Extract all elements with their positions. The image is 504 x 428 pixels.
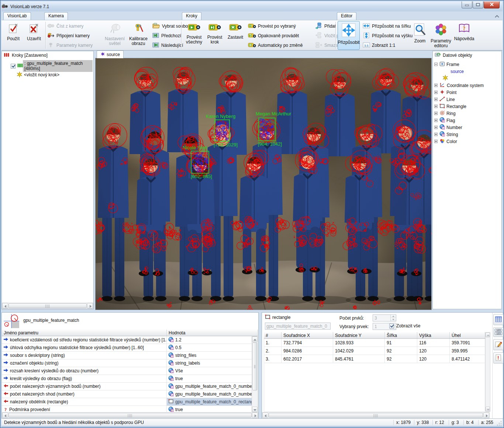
expand-box[interactable] (434, 140, 438, 143)
expand-box[interactable] (434, 126, 438, 129)
source-image[interactable]: Karen Nyberg[733; 1029]Megan McArthur[98… (96, 58, 431, 310)
param-direction-icon (3, 384, 8, 389)
params-hscrollbar[interactable]: |||| (2, 412, 258, 418)
minimize-button[interactable] (462, 1, 472, 8)
resize-grip[interactable] (497, 420, 502, 425)
results-column-0[interactable]: # (264, 332, 282, 338)
insert-step-item[interactable]: <vložit nový krok> (17, 71, 61, 79)
svg-text:Megan McArthur: Megan McArthur (256, 111, 291, 116)
param-row[interactable]: nalezený obdélník (rectangle)gpu_multipl… (2, 398, 252, 406)
numbers-view-button[interactable]: 123123 (493, 327, 504, 337)
tree-item-coordinate-system[interactable]: Coordinate system (434, 82, 501, 89)
param-row[interactable]: koeficient vzdálenosti od středu regionu… (2, 336, 252, 344)
steps-stopped-icon (4, 53, 10, 58)
step-item[interactable]: : gpu_multiple_feature_match [480ms] (11, 62, 93, 70)
expand-box[interactable] (434, 98, 438, 101)
tree-item-point[interactable]: Point (434, 89, 501, 96)
result-name-field[interactable]: gpu_multiple_feature_match_0 (265, 323, 331, 330)
expand-box[interactable] (434, 133, 438, 136)
show-all-checkbox[interactable] (389, 324, 394, 328)
run-to-selected-button[interactable]: Provést po vybraný (248, 22, 313, 31)
results-vscrollbar[interactable] (485, 332, 490, 412)
collapse-ribbon-button[interactable] (493, 14, 501, 20)
tree-item-ring[interactable]: Ring (434, 110, 501, 117)
tree-item-line[interactable]: Line (434, 96, 501, 103)
run-all-button[interactable]: Provést všechny (184, 21, 204, 50)
status-text: Detekce významných bodů a hledání několi… (4, 420, 393, 425)
tree-item-number[interactable]: Number (434, 124, 501, 131)
param-value: Vše (175, 368, 183, 373)
validate-button[interactable]: ! (493, 352, 504, 363)
apply-button[interactable]: Použít (4, 21, 23, 50)
tree-item-color[interactable]: Color (434, 138, 501, 145)
param-row[interactable]: počet nalezených shod (number)gpu_multip… (2, 390, 252, 398)
results-column-4[interactable]: Výška (417, 332, 450, 338)
close-button[interactable] (484, 1, 500, 8)
edit-values-button[interactable] (493, 339, 504, 350)
show-all-control[interactable]: Zobrazit vše (389, 323, 420, 328)
title-bar[interactable]: VisionLab verze 7.1 (1, 1, 503, 11)
param-row[interactable]: soubor s deskriptory (string)Tstring_fil… (2, 352, 252, 359)
tab-editor[interactable]: Editor (337, 12, 356, 20)
collapse-box[interactable] (434, 63, 438, 66)
param-row[interactable]: kreslit výsledky do obrazu (flag)Ftrue (2, 375, 252, 383)
results-column-5[interactable]: Úhel (450, 332, 485, 338)
count-spinner[interactable]: 3 (373, 314, 396, 321)
lights-button[interactable]: Nastavení světel (103, 21, 126, 50)
tree-item-add[interactable] (434, 75, 501, 82)
param-value-icon: F (168, 376, 174, 382)
param-row[interactable]: označení objektu (string)Tstring_labels (2, 359, 252, 367)
minimize-icon (465, 2, 469, 7)
expand-box[interactable] (434, 119, 438, 122)
rectangle-icon (265, 314, 270, 320)
tree-label: Point (446, 90, 456, 95)
param-name-column[interactable]: Jméno parametru (2, 330, 167, 336)
repeat-run-icon (248, 32, 256, 39)
image-canvas[interactable]: Karen Nyberg[733; 1029]Megan McArthur[98… (95, 58, 432, 310)
table-view-button[interactable] (493, 314, 504, 325)
editor-params-button[interactable]: Parametry editoru (430, 21, 452, 50)
param-row[interactable]: rozsah kreslení výsledků do obrazu (numb… (2, 367, 252, 375)
param-value-column[interactable]: Hodnota (167, 330, 258, 336)
edit-pencil-icon (495, 341, 502, 349)
stop-button[interactable]: Zastavit (226, 21, 245, 50)
fit-button[interactable]: Přizpůsobit (338, 21, 360, 50)
tree-item-rectangle[interactable]: Rectangle (434, 103, 501, 110)
param-row[interactable]: úhlová odchylka regionu statistické filt… (2, 344, 252, 352)
tab-visionlab[interactable]: VisionLab (3, 12, 31, 20)
maximize-button[interactable] (473, 1, 483, 8)
tree-item-frame[interactable]: Frame (434, 61, 501, 68)
results-column-1[interactable]: Souřadnice X (282, 332, 333, 338)
expand-box[interactable] (434, 84, 438, 87)
calibrate-button[interactable]: Kalibrace obrazu (127, 21, 150, 50)
param-row[interactable]: počet nalezených významných bodů (number… (2, 383, 252, 390)
tree-item-source[interactable]: source (434, 68, 501, 75)
read-camera-button[interactable]: Číst z kamery (47, 22, 103, 31)
connect-camera-button[interactable]: Připojení kamery (47, 31, 103, 40)
expand-box[interactable] (434, 112, 438, 115)
params-vscrollbar[interactable]: === (252, 336, 258, 413)
run-step-button[interactable]: Provést krok (205, 21, 224, 50)
auto-run-button[interactable]: Automaticky po změně (248, 41, 313, 50)
tab-kroky[interactable]: Kroky (182, 12, 201, 20)
expand-box[interactable] (434, 91, 438, 94)
tree-item-string[interactable]: TString (434, 131, 501, 138)
close-app-button[interactable]: Uzavřít (24, 21, 44, 50)
expand-box[interactable] (434, 105, 438, 108)
svg-text:123: 123 (496, 329, 501, 332)
zoom-button[interactable]: Zoom (410, 21, 429, 50)
steps-hscrollbar[interactable]: |||| (2, 303, 93, 309)
tab-source[interactable]: source (97, 51, 124, 58)
results-column-3[interactable]: Šířka (385, 332, 417, 338)
help-button[interactable]: ?Nápověda (454, 21, 474, 50)
step-checkbox[interactable] (11, 64, 15, 69)
tree-item-flag[interactable]: FFlag (434, 117, 501, 124)
camera-params-button[interactable]: Parametry kamery (47, 41, 103, 50)
coordinate-system-icon (439, 83, 445, 88)
count-label: Počet prvků: (339, 316, 364, 321)
results-column-2[interactable]: Souřadnice Y (333, 332, 385, 338)
results-hscrollbar[interactable]: |||| (262, 412, 490, 418)
param-value: string_files (175, 353, 196, 358)
repeat-run-button[interactable]: Opakovaně provádět (248, 31, 313, 40)
tab-kamera[interactable]: Kamera (44, 12, 68, 20)
